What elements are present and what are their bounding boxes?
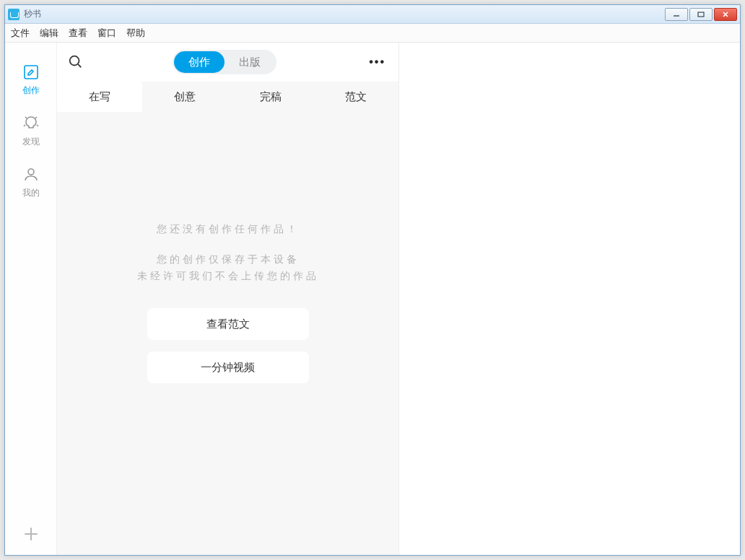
segment-publish[interactable]: 出版 bbox=[225, 51, 275, 73]
menu-edit[interactable]: 编辑 bbox=[40, 27, 58, 40]
svg-point-5 bbox=[28, 169, 34, 175]
empty-state: 您还没有创作任何作品！ 您的创作仅保存于本设备 未经许可我们不会上传您的作品 查… bbox=[57, 113, 398, 555]
sidebar-item-label: 我的 bbox=[5, 187, 56, 199]
menu-file[interactable]: 文件 bbox=[11, 27, 30, 40]
menu-window[interactable]: 窗口 bbox=[97, 27, 116, 40]
tab-finished[interactable]: 完稿 bbox=[228, 82, 313, 112]
app-window: 秒书 文件 编辑 查看 窗口 帮助 创作 bbox=[4, 4, 741, 556]
sidebar: 创作 发现 我的 bbox=[5, 43, 57, 555]
svg-point-8 bbox=[70, 56, 79, 65]
tab-bar: 在写 创意 完稿 范文 bbox=[57, 82, 398, 113]
sidebar-item-discover[interactable]: 发现 bbox=[5, 105, 56, 157]
view-sample-button[interactable]: 查看范文 bbox=[147, 308, 309, 340]
window-controls bbox=[663, 8, 737, 21]
mode-segmented: 创作 出版 bbox=[173, 50, 276, 74]
minimize-button[interactable] bbox=[665, 8, 688, 21]
empty-line2: 您的创作仅保存于本设备 bbox=[157, 251, 300, 267]
titlebar: 秒书 bbox=[5, 5, 740, 24]
tab-sample[interactable]: 范文 bbox=[313, 82, 398, 112]
one-minute-video-button[interactable]: 一分钟视频 bbox=[147, 351, 309, 383]
sidebar-item-mine[interactable]: 我的 bbox=[5, 157, 56, 208]
content-area: 创作 发现 我的 bbox=[5, 43, 740, 555]
close-button[interactable] bbox=[714, 8, 737, 21]
discover-icon bbox=[22, 114, 40, 133]
svg-rect-4 bbox=[25, 66, 38, 79]
list-header: 创作 出版 ••• bbox=[57, 43, 398, 82]
empty-line1: 您还没有创作任何作品！ bbox=[157, 221, 300, 237]
empty-line3: 未经许可我们不会上传您的作品 bbox=[137, 268, 319, 284]
menu-view[interactable]: 查看 bbox=[69, 27, 87, 40]
more-icon[interactable]: ••• bbox=[366, 56, 388, 69]
tab-writing[interactable]: 在写 bbox=[57, 82, 142, 112]
detail-pane bbox=[399, 43, 740, 555]
tab-idea[interactable]: 创意 bbox=[142, 82, 227, 112]
segment-create[interactable]: 创作 bbox=[174, 51, 225, 73]
add-button[interactable] bbox=[5, 513, 56, 555]
sidebar-item-label: 发现 bbox=[5, 136, 56, 148]
sidebar-item-create[interactable]: 创作 bbox=[5, 54, 56, 105]
svg-rect-1 bbox=[698, 12, 704, 17]
compose-icon bbox=[22, 63, 40, 82]
app-icon bbox=[8, 9, 19, 20]
user-icon bbox=[22, 165, 40, 184]
svg-line-9 bbox=[78, 64, 81, 67]
menu-help[interactable]: 帮助 bbox=[126, 27, 145, 40]
menubar: 文件 编辑 查看 窗口 帮助 bbox=[5, 24, 740, 43]
search-icon[interactable] bbox=[67, 53, 83, 71]
sidebar-item-label: 创作 bbox=[5, 84, 56, 97]
maximize-button[interactable] bbox=[689, 8, 713, 21]
list-pane: 创作 出版 ••• 在写 创意 完稿 范文 您还没有创作任何作品！ 您的创作仅保… bbox=[57, 43, 399, 555]
window-title: 秒书 bbox=[24, 8, 41, 20]
